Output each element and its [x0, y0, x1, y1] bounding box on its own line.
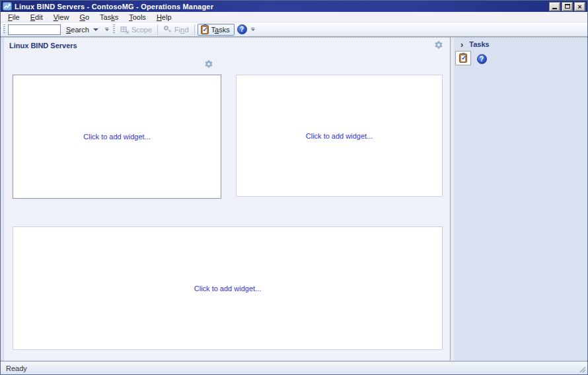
widget-cell-add[interactable]: Click to add widget...	[13, 226, 443, 350]
window-title: Linux BIND Servers - ContosoMG - Operati…	[15, 3, 546, 11]
toolbar-overflow-button[interactable]	[104, 28, 110, 31]
widget-cell-add[interactable]: Click to add widget...	[13, 75, 221, 199]
add-widget-link: Click to add widget...	[194, 285, 262, 292]
scope-icon	[120, 25, 129, 34]
add-widget-link: Click to add widget...	[83, 133, 151, 141]
tab-tasks[interactable]: ✓	[455, 51, 471, 65]
tasks-pane: › Tasks ✓ ?	[454, 38, 587, 360]
toolbar: Search Scope Find ✓ Tasks	[1, 22, 587, 37]
menu-item-go[interactable]: Go	[74, 13, 94, 22]
window-controls: ×	[549, 2, 585, 11]
tasks-pane-header: › Tasks	[454, 38, 587, 50]
toolbar-overflow-button[interactable]	[250, 28, 256, 31]
tasks-pane-body	[454, 65, 587, 360]
status-text: Ready	[6, 364, 27, 372]
app-window: Linux BIND Servers - ContosoMG - Operati…	[0, 0, 588, 375]
scope-button[interactable]: Scope	[118, 24, 155, 35]
toolbar-separator	[157, 24, 158, 35]
maximize-button[interactable]	[562, 2, 573, 11]
resize-grip[interactable]	[578, 365, 586, 373]
search-input[interactable]	[8, 24, 61, 35]
view-settings-gear-icon[interactable]	[434, 40, 443, 50]
close-button[interactable]: ×	[574, 2, 585, 11]
tasks-toggle-button[interactable]: ✓ Tasks	[198, 24, 235, 36]
dashboard-content: Linux BIND Servers Click to add widget..…	[3, 38, 450, 360]
menu-item-file[interactable]: File	[3, 13, 25, 22]
status-bar: Ready	[1, 361, 587, 374]
tasks-pane-tabs: ✓ ?	[454, 50, 587, 65]
tasks-clipboard-icon: ✓	[459, 53, 467, 63]
help-icon: ?	[240, 26, 244, 33]
minimize-button[interactable]	[549, 2, 560, 11]
app-icon	[3, 2, 12, 11]
tab-help[interactable]: ?	[474, 52, 489, 65]
menu-item-help[interactable]: Help	[151, 13, 177, 22]
menu-item-tasks[interactable]: Tasks	[94, 13, 124, 22]
menu-item-tools[interactable]: Tools	[124, 13, 151, 22]
help-button[interactable]: ?	[237, 24, 247, 34]
tasks-pane-title: Tasks	[469, 40, 489, 48]
find-button[interactable]: Find	[161, 24, 191, 35]
toolbar-separator	[194, 24, 195, 35]
toolbar-drag-grip[interactable]	[113, 24, 115, 34]
find-magnifier-icon	[163, 25, 172, 34]
widget-settings-gear-icon[interactable]	[204, 59, 213, 69]
main-area: Linux BIND Servers Click to add widget..…	[1, 37, 587, 361]
menu-item-edit[interactable]: Edit	[25, 13, 48, 22]
toolbar-drag-grip[interactable]	[3, 24, 5, 34]
widget-cell-add[interactable]: Click to add widget...	[236, 75, 443, 197]
tasks-clipboard-icon: ✓	[201, 25, 209, 34]
maximize-icon	[565, 4, 570, 9]
add-widget-link: Click to add widget...	[306, 132, 373, 140]
search-dropdown-arrow-icon	[93, 28, 98, 31]
titlebar: Linux BIND Servers - ContosoMG - Operati…	[1, 1, 587, 12]
menubar: File Edit View Go Tasks Tools Help	[1, 12, 587, 22]
collapse-pane-chevron-icon[interactable]: ›	[460, 41, 463, 48]
page-title: Linux BIND Servers	[9, 42, 77, 50]
minimize-icon	[552, 8, 557, 9]
search-button[interactable]: Search	[63, 24, 101, 35]
menu-item-view[interactable]: View	[48, 13, 75, 22]
close-icon: ×	[577, 3, 581, 10]
help-icon: ?	[477, 54, 487, 64]
